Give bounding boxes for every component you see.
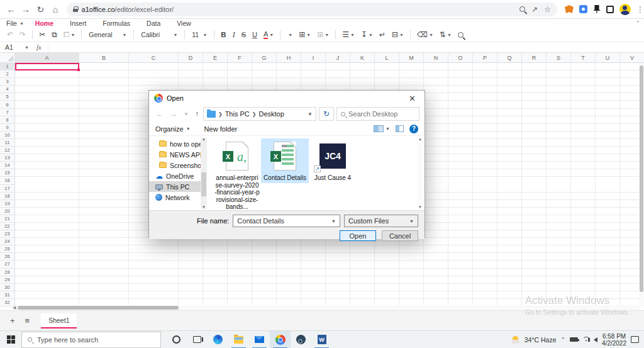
- row-header-27[interactable]: 27: [0, 261, 15, 268]
- share-icon[interactable]: ↗: [531, 5, 538, 14]
- file-item-just-cause-4[interactable]: JC4↗Just Cause 4: [309, 138, 357, 183]
- weather-icon[interactable]: [511, 336, 520, 344]
- column-header-K[interactable]: K: [350, 53, 375, 63]
- nav-up-icon[interactable]: ↑: [193, 109, 201, 118]
- column-header-J[interactable]: J: [326, 53, 350, 63]
- refresh-icon[interactable]: ↻: [319, 107, 334, 121]
- tab-view[interactable]: View: [177, 20, 191, 27]
- row-header-31[interactable]: 31: [0, 291, 15, 299]
- sidebar-item-news-april[interactable]: NEWS APRIL: [149, 149, 207, 160]
- mail-button[interactable]: [249, 331, 270, 348]
- word-button[interactable]: W: [311, 331, 332, 348]
- search-button[interactable]: [455, 28, 467, 41]
- row-header-23[interactable]: 23: [0, 230, 15, 238]
- wrap-text-button[interactable]: ↵: [376, 28, 389, 41]
- row-header-16[interactable]: 16: [0, 177, 15, 184]
- column-header-R[interactable]: R: [522, 53, 547, 63]
- sidebar-item-screenshots1[interactable]: Screenshots1: [149, 160, 207, 171]
- battery-icon[interactable]: [570, 337, 578, 342]
- sheet-tab[interactable]: Sheet1: [41, 313, 77, 328]
- column-header-P[interactable]: P: [473, 53, 497, 63]
- vertical-align-button[interactable]: ↧▼: [358, 28, 376, 41]
- column-header-U[interactable]: U: [596, 53, 620, 63]
- sidebar-item-network[interactable]: Network: [149, 192, 207, 203]
- dialog-title-bar[interactable]: Open ✕: [149, 91, 425, 106]
- row-header-4[interactable]: 4: [0, 86, 15, 93]
- sidebar-scrollbar-thumb[interactable]: [201, 172, 206, 196]
- row-header-26[interactable]: 26: [0, 253, 15, 261]
- column-header-H[interactable]: H: [277, 53, 301, 63]
- copy-icon[interactable]: ⧉: [48, 28, 60, 41]
- row-header-29[interactable]: 29: [0, 276, 15, 284]
- tab-data[interactable]: Data: [147, 20, 160, 27]
- sidebar-scrollbar[interactable]: ▲ ▼: [201, 137, 207, 209]
- column-header-Q[interactable]: Q: [497, 53, 522, 63]
- cell-reference-box[interactable]: A1▼: [0, 43, 29, 51]
- bold-button[interactable]: B: [218, 28, 229, 41]
- weather-text[interactable]: 34°C Haze: [525, 336, 557, 344]
- nav-forward-icon[interactable]: →: [168, 109, 179, 118]
- scroll-down-icon[interactable]: ▼: [202, 205, 206, 209]
- row-header-14[interactable]: 14: [0, 162, 15, 169]
- font-color-button[interactable]: A▼: [260, 28, 277, 41]
- task-view-button[interactable]: [187, 331, 208, 348]
- selection-fill-handle[interactable]: [77, 69, 80, 71]
- nav-back-icon[interactable]: ←: [154, 109, 165, 118]
- horizontal-align-button[interactable]: ☰▼: [339, 28, 358, 41]
- row-header-1[interactable]: 1: [0, 63, 15, 70]
- column-header-G[interactable]: G: [252, 53, 277, 63]
- browser-menu-icon[interactable]: ⋮: [636, 5, 644, 14]
- menu-file[interactable]: File▼: [6, 20, 24, 27]
- row-header-25[interactable]: 25: [0, 245, 15, 253]
- new-folder-button[interactable]: New folder: [204, 125, 238, 133]
- zoom-icon[interactable]: [519, 6, 525, 12]
- dialog-search-box[interactable]: Search Desktop: [336, 107, 419, 121]
- paste-icon[interactable]: ⧠▼: [60, 28, 79, 41]
- row-header-22[interactable]: 22: [0, 223, 15, 230]
- breadcrumb-this-pc[interactable]: This PC: [225, 110, 250, 118]
- sort-filter-button[interactable]: ⇅▼: [436, 28, 455, 41]
- chrome-button[interactable]: [270, 331, 291, 348]
- taskbar-search-box[interactable]: Type here to search: [21, 332, 161, 348]
- preview-pane-icon[interactable]: [396, 125, 404, 132]
- tab-home[interactable]: Home: [35, 20, 53, 27]
- row-header-6[interactable]: 6: [0, 101, 15, 108]
- row-header-5[interactable]: 5: [0, 93, 15, 101]
- action-center-icon[interactable]: [631, 336, 639, 343]
- strikethrough-button[interactable]: S: [238, 28, 249, 41]
- column-header-S[interactable]: S: [547, 53, 571, 63]
- address-bar[interactable]: a1office.co/editor/excel-editor/ ↗ ☆: [67, 3, 557, 16]
- sidebar-item-this-pc[interactable]: This PC: [149, 181, 207, 192]
- number-format-select[interactable]: General▼: [85, 29, 130, 40]
- file-explorer-button[interactable]: [228, 331, 249, 348]
- scroll-down-icon[interactable]: ▼: [418, 205, 422, 209]
- browser-home-icon[interactable]: ⌂: [48, 2, 62, 17]
- row-header-9[interactable]: 9: [0, 124, 15, 132]
- cortana-button[interactable]: [166, 331, 187, 348]
- browser-back-icon[interactable]: ←: [4, 2, 18, 17]
- row-header-11[interactable]: 11: [0, 139, 15, 147]
- row-header-15[interactable]: 15: [0, 169, 15, 177]
- file-item-contact-details[interactable]: XContact Details: [261, 138, 309, 183]
- row-header-13[interactable]: 13: [0, 154, 15, 162]
- tab-formulas[interactable]: Formulas: [103, 20, 130, 27]
- column-header-N[interactable]: N: [424, 53, 448, 63]
- column-header-B[interactable]: B: [79, 53, 129, 63]
- row-header-28[interactable]: 28: [0, 269, 15, 276]
- italic-button[interactable]: I: [230, 28, 238, 41]
- row-header-24[interactable]: 24: [0, 238, 15, 245]
- undo-icon[interactable]: ↶: [4, 28, 16, 41]
- column-header-C[interactable]: C: [129, 53, 179, 63]
- browser-reload-icon[interactable]: ↻: [33, 2, 48, 17]
- column-header-M[interactable]: M: [399, 53, 424, 63]
- fill-color-button[interactable]: ▼: [284, 28, 296, 41]
- url-text[interactable]: a1office.co/editor/excel-editor/: [82, 6, 514, 13]
- tab-insert[interactable]: Insert: [70, 20, 86, 27]
- open-button[interactable]: Open: [340, 230, 376, 241]
- row-header-7[interactable]: 7: [0, 109, 15, 116]
- row-header-8[interactable]: 8: [0, 116, 15, 124]
- column-header-D[interactable]: D: [179, 53, 203, 63]
- volume-icon[interactable]: [594, 337, 597, 342]
- column-header-L[interactable]: L: [375, 53, 399, 63]
- bookmark-star-icon[interactable]: ☆: [544, 5, 551, 14]
